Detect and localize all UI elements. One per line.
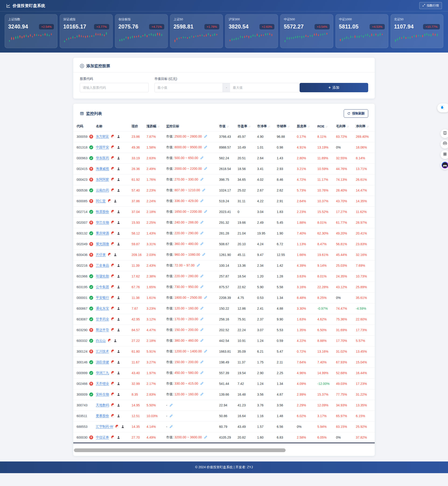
person-icon[interactable] [117,221,120,224]
taiji-icon[interactable] [111,382,115,385]
person-icon[interactable] [117,414,120,418]
stock-name-link[interactable]: 云南白药 [96,188,109,192]
edit-target-icon[interactable] [204,145,208,149]
edit-target-icon[interactable] [204,167,208,170]
edit-target-icon[interactable] [204,134,208,138]
taiji-icon[interactable] [111,188,115,192]
person-icon[interactable] [117,242,120,246]
stock-name-link[interactable]: 平安银行 [96,296,109,299]
taiji-icon[interactable] [108,253,112,256]
sort-icon[interactable]: ↓↑ [157,125,159,128]
stock-name-link[interactable]: 爱慕股份 [96,414,109,418]
column-header[interactable]: 市净率↓↑ [257,122,277,131]
person-icon[interactable] [117,178,120,181]
stock-name-link[interactable]: 甘李药业 [96,317,109,321]
stock-name-link[interactable]: 同仁堂 [96,199,106,203]
taiji-icon[interactable] [111,134,115,138]
edit-target-icon[interactable] [200,178,204,181]
edit-target-icon[interactable] [200,317,204,321]
sort-icon[interactable]: ↓↑ [288,125,289,128]
taiji-icon[interactable] [111,296,115,299]
person-icon[interactable] [117,328,120,332]
sort-icon[interactable]: ↓↑ [308,125,310,128]
person-icon[interactable] [117,135,120,138]
person-icon[interactable] [117,232,120,235]
taiji-icon[interactable] [115,425,119,428]
edit-target-icon[interactable] [200,221,204,224]
sort-icon[interactable]: ↓↑ [248,125,250,128]
index-card[interactable]: 上证50 2598.81 +1.78% [170,14,223,48]
stock-name-link[interactable]: 天齐锂业 [96,382,109,385]
stock-name-link[interactable]: 牧原股份 [96,210,109,214]
column-header[interactable]: ROE↓↑ [317,122,336,131]
taiji-icon[interactable] [111,349,115,353]
stock-name-link[interactable]: 白云山 [96,339,106,342]
taiji-icon[interactable] [111,242,115,246]
taiji-icon[interactable] [111,156,115,160]
person-icon[interactable] [117,382,120,385]
taiji-icon[interactable] [111,371,115,375]
stock-name-link[interactable]: 片仔癀 [96,253,106,256]
taiji-icon[interactable] [111,328,115,332]
stock-name-link[interactable]: 汇宇制药-W [96,425,113,428]
apps-widget-button[interactable] [440,150,448,159]
edit-target-icon[interactable] [169,414,173,418]
stock-name-link[interactable]: 中国平安 [96,145,109,149]
sort-icon[interactable]: ↓↑ [347,125,349,128]
ai-assistant-widget-button[interactable] [440,161,448,170]
stock-code-input[interactable] [80,83,149,92]
index-card[interactable]: 中证1000 5811.05 +4.53% [336,14,388,48]
sort-icon[interactable]: ↓↑ [268,125,270,128]
edit-target-icon[interactable] [200,285,204,288]
person-icon[interactable] [117,157,120,160]
taiji-icon[interactable] [111,167,115,171]
column-header[interactable]: 涨跌幅↓↑ [146,122,166,131]
stock-name-link[interactable]: 华兰生物 [96,221,109,224]
add-stock-button[interactable]: + 添加 [300,83,368,92]
person-icon[interactable] [117,361,120,364]
edit-target-icon[interactable] [200,371,204,374]
sort-icon[interactable]: ↓↑ [367,125,369,128]
translate-widget-button[interactable] [437,103,448,112]
person-icon[interactable] [117,404,120,407]
edit-target-icon[interactable] [200,328,204,331]
taiji-icon[interactable] [111,231,115,235]
column-header[interactable]: 净利率↓↑ [356,122,375,131]
edit-target-icon[interactable] [200,274,204,278]
column-header[interactable]: 毛利率↓↑ [336,122,356,131]
stock-name-link[interactable]: 公牛集团 [96,285,109,289]
edit-target-icon[interactable] [200,156,204,159]
person-icon[interactable] [117,285,120,289]
person-icon[interactable] [117,296,120,299]
edit-target-icon[interactable] [169,425,173,428]
person-icon[interactable] [117,146,120,149]
edit-target-icon[interactable] [200,242,204,246]
index-card[interactable]: 沪深300 3820.54 +2.63% [225,14,278,48]
column-header[interactable]: 市值↓↑ [219,122,238,131]
stock-name-link[interactable]: 华润三九 [96,371,109,375]
stock-name-link[interactable]: 三全食品 [96,264,109,267]
person-icon[interactable] [114,339,117,342]
taiji-icon[interactable] [111,285,115,289]
edit-target-icon[interactable] [202,188,206,192]
taiji-icon[interactable] [108,339,112,342]
stock-name-link[interactable]: 海康威视 [96,167,109,171]
stock-name-link[interactable]: 东阿阿胶 [96,178,109,181]
person-icon[interactable] [114,253,117,256]
reader-widget-button[interactable] [440,129,448,138]
column-header[interactable]: 市盈率↓↑ [238,122,257,131]
edit-target-icon[interactable] [169,403,173,407]
podcast-widget-button[interactable] [440,140,448,148]
person-icon[interactable] [117,318,120,321]
index-card[interactable]: 北证50 1107.94 +10.77% [391,14,443,48]
scrollbar-thumb[interactable] [74,448,286,452]
stock-name-link[interactable]: 重庆啤酒 [96,231,109,235]
person-icon[interactable] [114,199,117,203]
edit-target-icon[interactable] [200,339,204,342]
taiji-icon[interactable] [111,414,115,418]
index-card[interactable]: 深证成指 10165.17 +3.77% [60,14,112,48]
max-value-input[interactable] [230,83,299,92]
index-quotes-button[interactable]: 指数行情 [419,2,442,9]
person-icon[interactable] [117,350,120,353]
stock-name-link[interactable]: 斯达半导 [96,328,109,332]
